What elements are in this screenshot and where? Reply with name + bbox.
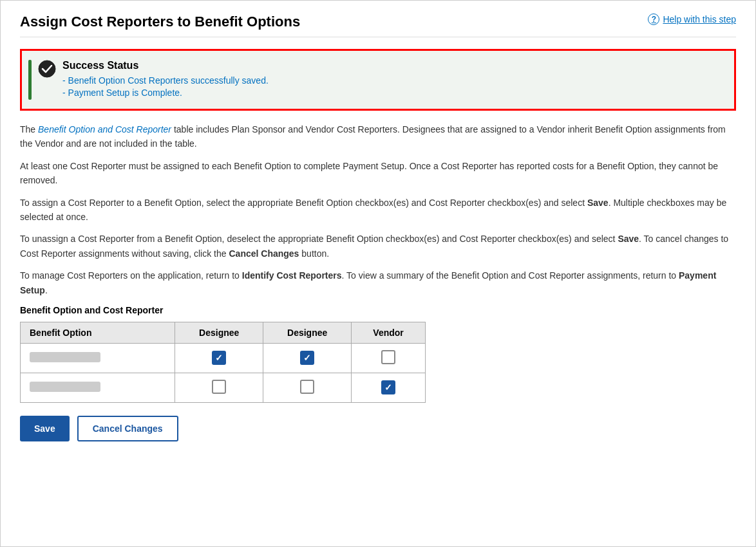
checkbox-unchecked-icon[interactable]: [212, 380, 226, 394]
checkbox-checked-icon[interactable]: ✓: [300, 351, 314, 365]
success-message-2: - Payment Setup is Complete.: [62, 88, 723, 98]
info-paragraph-3: To assign a Cost Reporter to a Benefit O…: [20, 196, 736, 225]
cancel-changes-button[interactable]: Cancel Changes: [77, 416, 178, 441]
table-row: ✓ ✓: [21, 343, 426, 373]
benefit-option-placeholder-1: [30, 352, 100, 362]
benefit-option-placeholder-2: [30, 382, 100, 392]
success-message-1: - Benefit Option Cost Reporters successf…: [62, 75, 723, 86]
benefit-option-cell-2: [21, 373, 175, 402]
svg-point-0: [39, 60, 55, 77]
benefit-option-cell-1: [21, 343, 175, 373]
success-list: - Benefit Option Cost Reporters successf…: [62, 75, 723, 98]
info-paragraph-2: At least one Cost Reporter must be assig…: [20, 159, 736, 188]
success-box: Success Status - Benefit Option Cost Rep…: [20, 49, 736, 111]
page-wrapper: Assign Cost Reporters to Benefit Options…: [0, 0, 756, 547]
success-green-bar: [28, 60, 32, 100]
checkbox-cell-r2-designee2[interactable]: [263, 373, 352, 402]
save-button[interactable]: Save: [20, 416, 70, 441]
help-link[interactable]: ? Help with this step: [648, 14, 736, 25]
col-header-vendor: Vendor: [352, 322, 426, 343]
info-paragraph-5: To manage Cost Reporters on the applicat…: [20, 268, 736, 297]
checkbox-cell-r2-vendor[interactable]: ✓: [352, 373, 426, 402]
checkbox-checked-icon[interactable]: ✓: [212, 351, 226, 365]
checkbox-cell-r1-designee2[interactable]: ✓: [263, 343, 352, 373]
checkbox-unchecked-icon[interactable]: [381, 350, 395, 364]
checkbox-cell-r1-vendor[interactable]: [352, 343, 426, 373]
table-row: ✓: [21, 373, 426, 402]
success-checkmark-icon: [38, 60, 56, 78]
success-title: Success Status: [62, 60, 723, 71]
info-paragraph-1: The Benefit Option and Cost Reporter tab…: [20, 122, 736, 151]
checkbox-unchecked-icon[interactable]: [300, 380, 314, 394]
checkbox-cell-r2-designee1[interactable]: [175, 373, 263, 402]
info-paragraph-4: To unassign a Cost Reporter from a Benef…: [20, 232, 736, 261]
col-header-designee-1: Designee: [175, 322, 263, 343]
help-label: Help with this step: [663, 14, 736, 24]
page-header: Assign Cost Reporters to Benefit Options…: [20, 14, 736, 37]
table-section-title: Benefit Option and Cost Reporter: [20, 305, 736, 315]
benefit-option-table: Benefit Option Designee Designee Vendor …: [20, 322, 426, 403]
button-row: Save Cancel Changes: [20, 416, 736, 441]
col-header-designee-2: Designee: [263, 322, 352, 343]
help-icon: ?: [648, 14, 659, 25]
col-header-benefit-option: Benefit Option: [21, 322, 175, 343]
success-content: Success Status - Benefit Option Cost Rep…: [62, 60, 723, 100]
page-title: Assign Cost Reporters to Benefit Options: [20, 14, 300, 30]
checkbox-checked-icon[interactable]: ✓: [381, 380, 395, 394]
table-header-row: Benefit Option Designee Designee Vendor: [21, 322, 426, 343]
checkbox-cell-r1-designee1[interactable]: ✓: [175, 343, 263, 373]
